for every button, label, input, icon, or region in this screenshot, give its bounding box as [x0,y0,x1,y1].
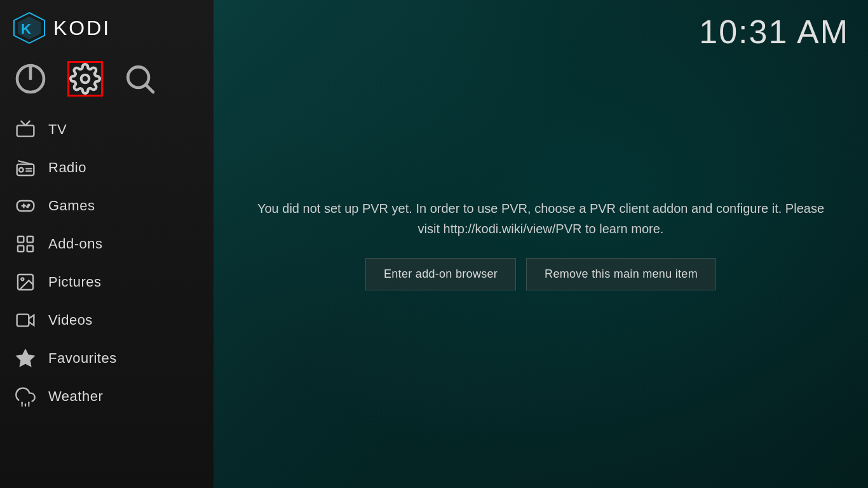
nav-item-favourites[interactable]: Favourites [0,339,214,377]
nav-label-videos: Videos [48,312,93,329]
svg-rect-19 [18,236,24,242]
weather-icon [15,386,36,407]
favourites-icon [15,348,36,369]
nav-item-tv[interactable]: TV [0,111,214,149]
nav-item-games[interactable]: Games [0,187,214,225]
svg-rect-25 [17,315,29,327]
radio-icon [15,158,36,178]
svg-point-6 [128,67,149,88]
svg-point-17 [28,205,29,206]
svg-line-7 [147,86,153,92]
nav-item-videos[interactable]: Videos [0,301,214,339]
svg-point-24 [21,278,24,280]
tv-icon [15,119,36,140]
remove-menu-item-button[interactable]: Remove this main menu item [526,258,716,290]
svg-marker-26 [17,350,34,366]
kodi-logo: K [13,11,46,44]
time-display: 10:31 AM [699,13,849,51]
power-button[interactable] [13,61,48,97]
nav-label-tv: TV [48,121,67,138]
settings-button[interactable] [67,61,103,97]
addons-icon [15,234,36,254]
videos-icon [15,310,36,330]
sidebar: K KODI [0,0,214,488]
svg-rect-22 [27,246,33,252]
svg-point-5 [81,75,90,83]
nav-label-addons: Add-ons [48,236,102,252]
app-title: KODI [53,17,111,40]
games-icon [15,196,36,216]
svg-point-10 [19,168,24,172]
nav-menu: TV Radio [0,108,214,488]
svg-rect-8 [17,125,34,136]
pictures-icon [15,272,36,292]
enter-addon-browser-button[interactable]: Enter add-on browser [365,258,516,290]
search-button[interactable] [122,61,158,97]
nav-label-weather: Weather [48,388,103,405]
nav-item-pictures[interactable]: Pictures [0,263,214,301]
svg-rect-20 [27,236,33,242]
nav-label-radio: Radio [48,159,86,176]
nav-label-games: Games [48,198,95,214]
nav-label-pictures: Pictures [48,274,101,290]
nav-item-addons[interactable]: Add-ons [0,225,214,263]
main-content: 10:31 AM You did not set up PVR yet. In … [214,0,868,488]
app-header: K KODI [0,0,214,56]
svg-point-18 [27,206,28,207]
nav-item-radio[interactable]: Radio [0,149,214,187]
svg-text:K: K [21,21,31,37]
nav-label-favourites: Favourites [48,350,117,367]
dialog-message: You did not set up PVR yet. In order to … [248,198,833,239]
dialog-buttons: Enter add-on browser Remove this main me… [248,258,833,290]
pvr-dialog: You did not set up PVR yet. In order to … [236,186,846,303]
svg-rect-21 [18,246,24,252]
nav-item-weather[interactable]: Weather [0,377,214,416]
top-icon-row [0,56,214,108]
